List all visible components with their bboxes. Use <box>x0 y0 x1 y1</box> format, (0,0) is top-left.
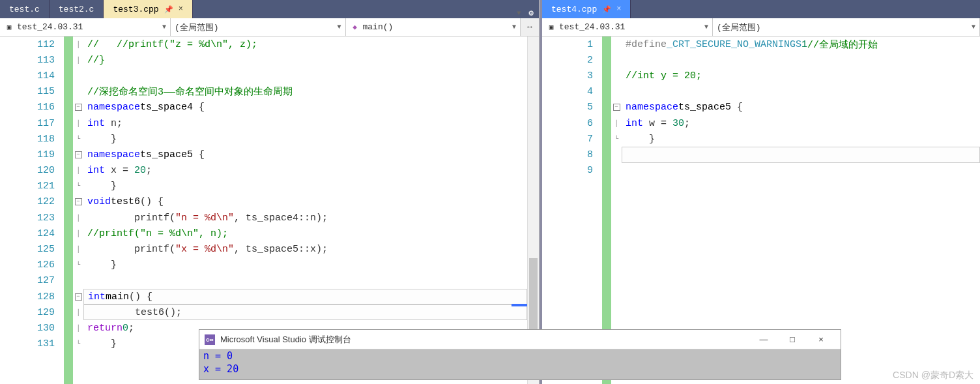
fold-cell[interactable]: − <box>73 100 83 115</box>
fold-cell[interactable]: │ <box>611 115 622 131</box>
line-number: 113 <box>0 52 64 68</box>
pin-icon[interactable]: 📌 <box>164 5 173 14</box>
fold-cell[interactable]: │ <box>73 210 83 226</box>
close-button[interactable]: × <box>807 330 835 349</box>
code-line[interactable] <box>622 84 980 100</box>
function-label: main() <box>363 22 394 32</box>
debug-console: c∞ Microsoft Visual Studio 调试控制台 — □ × n… <box>199 329 841 380</box>
fold-cell[interactable] <box>73 84 83 100</box>
line-number: 1 <box>542 37 602 52</box>
code-line[interactable]: //} <box>83 52 527 68</box>
line-number: 120 <box>0 163 64 179</box>
console-line: n = 0 <box>203 349 837 362</box>
fold-cell[interactable]: │ <box>73 304 83 320</box>
fold-cell[interactable] <box>73 68 83 83</box>
line-number: 123 <box>0 210 64 226</box>
scope-selector[interactable]: (全局范围) ▼ <box>171 18 346 36</box>
code-line[interactable]: //深挖命名空间3——命名空间中对象的生命周期 <box>83 84 527 100</box>
pin-icon[interactable]: 📌 <box>602 5 611 14</box>
fold-cell[interactable]: − <box>73 194 83 210</box>
gear-icon[interactable]: ⚙ <box>528 8 534 18</box>
maximize-button[interactable]: □ <box>778 330 807 349</box>
tab-test3cpp[interactable]: test3.cpp 📌 × <box>104 0 192 18</box>
fold-cell[interactable] <box>611 68 622 83</box>
fold-cell[interactable]: │ <box>73 115 83 131</box>
code-line[interactable]: } <box>622 131 980 147</box>
line-number: 115 <box>0 84 64 100</box>
code-line[interactable]: namespace ts_space5 { <box>83 147 527 162</box>
fold-cell[interactable]: │ <box>73 226 83 241</box>
scroll-thumb[interactable] <box>529 258 538 330</box>
code-line[interactable] <box>83 273 527 289</box>
fold-cell[interactable]: │ <box>73 163 83 179</box>
code-line[interactable] <box>622 147 980 162</box>
fold-cell[interactable] <box>611 84 622 100</box>
project-icon: ▣ <box>546 22 556 33</box>
scope-label: (全局范围) <box>717 22 761 33</box>
fold-cell[interactable]: − <box>73 289 83 304</box>
code-line[interactable]: //int y = 20; <box>622 68 980 83</box>
nav-bar-right: ▣ test_24.03.31 ▼ (全局范围) ▼ <box>542 18 980 37</box>
line-number: 129 <box>0 304 64 320</box>
code-line[interactable]: //printf("n = %d\n", n); <box>83 226 527 241</box>
close-icon[interactable]: × <box>616 5 621 14</box>
line-number: 124 <box>0 226 64 241</box>
line-number: 128 <box>0 289 64 304</box>
fold-cell[interactable] <box>73 273 83 289</box>
code-line[interactable]: namespace ts_space4 { <box>83 100 527 115</box>
minimize-button[interactable]: — <box>749 330 778 349</box>
code-line[interactable]: printf("n = %d\n", ts_space4::n); <box>83 210 527 226</box>
code-line[interactable]: void test6() { <box>83 194 527 210</box>
line-number: 9 <box>542 163 602 179</box>
code-line[interactable]: } <box>83 179 527 194</box>
project-selector[interactable]: ▣ test_24.03.31 ▼ <box>542 18 713 36</box>
code-line[interactable]: int w = 30; <box>622 115 980 131</box>
code-line[interactable]: int n; <box>83 115 527 131</box>
fold-cell[interactable]: │ <box>73 241 83 257</box>
tab-overflow-icon[interactable]: ▼ <box>514 10 523 17</box>
line-number: 3 <box>542 68 602 83</box>
fold-cell[interactable]: − <box>611 100 622 115</box>
fold-cell[interactable] <box>611 163 622 179</box>
fold-cell[interactable]: └ <box>73 336 83 352</box>
project-selector[interactable]: ▣ test_24.03.31 ▼ <box>0 18 171 36</box>
scope-selector[interactable]: (全局范围) ▼ <box>713 18 980 36</box>
code-line[interactable]: } <box>83 131 527 147</box>
code-line[interactable]: // //printf("z = %d\n", z); <box>83 37 527 52</box>
console-title: Microsoft Visual Studio 调试控制台 <box>220 334 351 346</box>
function-selector[interactable]: ◆ main() ▼ <box>346 18 521 36</box>
fold-cell[interactable]: └ <box>611 131 622 147</box>
fold-cell[interactable]: └ <box>73 131 83 147</box>
fold-cell[interactable]: │ <box>73 52 83 68</box>
line-number: 2 <box>542 52 602 68</box>
tab-test4cpp[interactable]: test4.cpp 📌 × <box>542 0 631 18</box>
code-line[interactable]: namespace ts_space5 { <box>622 100 980 115</box>
chevron-down-icon: ▼ <box>162 23 166 31</box>
fold-cell[interactable]: └ <box>73 258 83 273</box>
line-number: 5 <box>542 100 602 115</box>
code-line[interactable]: } <box>83 258 527 273</box>
tabstrip-left: test.c test2.c test3.cpp 📌 × ▼ ⚙ <box>0 0 539 18</box>
fold-cell[interactable]: └ <box>73 179 83 194</box>
split-icon[interactable]: ↔ <box>521 18 539 36</box>
line-number: 130 <box>0 320 64 336</box>
fold-cell[interactable] <box>611 37 622 52</box>
code-line[interactable]: int x = 20; <box>83 163 527 179</box>
code-line[interactable] <box>622 163 980 179</box>
code-line[interactable]: #define _CRT_SECURE_NO_WARNINGS 1//全局域的开… <box>622 37 980 52</box>
fold-cell[interactable]: │ <box>73 320 83 336</box>
code-line[interactable]: int main() { <box>83 289 527 304</box>
code-line[interactable]: printf("x = %d\n", ts_space5::x); <box>83 241 527 257</box>
fold-cell[interactable]: − <box>73 147 83 162</box>
code-line[interactable]: test6(); <box>83 304 527 320</box>
change-bar <box>64 37 73 384</box>
fold-cell[interactable] <box>611 147 622 162</box>
code-line[interactable] <box>622 52 980 68</box>
tab-test2c[interactable]: test2.c <box>50 0 104 18</box>
close-icon[interactable]: × <box>179 5 183 14</box>
fold-cell[interactable] <box>611 52 622 68</box>
fold-cell[interactable]: │ <box>73 37 83 52</box>
scope-label: (全局范围) <box>175 22 219 33</box>
tab-testc[interactable]: test.c <box>0 0 50 18</box>
code-line[interactable] <box>83 68 527 83</box>
